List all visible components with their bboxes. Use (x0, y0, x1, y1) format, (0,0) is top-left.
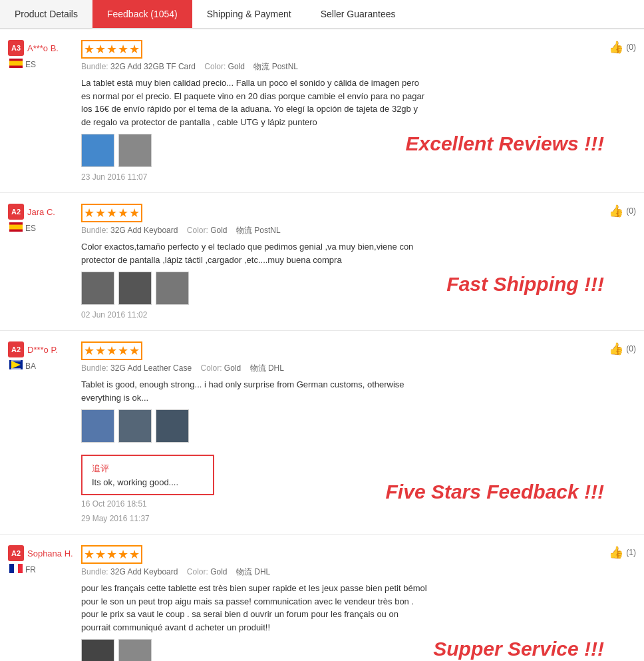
thumbs-up-icon: 👍 (609, 545, 623, 560)
shipping-value: PostNL (254, 226, 280, 235)
bundle-info: Bundle: 32G Add 32GB TF Card Color: Gold… (81, 61, 603, 73)
review-content: ★★★★★ Bundle: 32G Add Keyboard Color: Go… (81, 545, 603, 661)
shipping-label: 物流 (250, 363, 266, 373)
shipping-value: DHL (268, 363, 284, 373)
color-value: Gold (210, 567, 227, 576)
bundle-info: Bundle: 32G Add Keyboard Color: Gold 物流 … (81, 566, 603, 578)
review-content: ★★★★★ Bundle: 32G Add Leather Case Color… (81, 341, 603, 523)
like-count: (0) (626, 43, 636, 52)
color-value: Gold (224, 363, 241, 373)
review-date: 23 Jun 2016 11:07 (81, 172, 603, 182)
review-content: ★★★★★ Bundle: 32G Add 32GB TF Card Color… (81, 40, 603, 182)
reviewer-info: A2 Sophana H. FR (8, 545, 81, 661)
tab-seller[interactable]: Seller Guarantees (306, 0, 410, 28)
bundle-info: Bundle: 32G Add Leather Case Color: Gold… (81, 363, 603, 374)
svg-rect-10 (18, 564, 23, 573)
color-value: Gold (228, 62, 245, 71)
followup-text: Its ok, working good.... (92, 477, 204, 487)
bundle-label: Bundle: (81, 62, 108, 71)
country-code: ES (25, 224, 36, 233)
reviewer-info: A3 A***o B. ES (8, 40, 81, 182)
svg-rect-8 (9, 564, 14, 573)
reviewer-avatar: A2 (8, 204, 24, 220)
review-item: A3 A***o B. ES ★★★★★ Bundle: 32G (0, 29, 644, 193)
color-label: Color: (200, 363, 222, 373)
review-text: pour les français cette tablette est trè… (81, 582, 427, 634)
thumbs-up-icon: 👍 (609, 341, 623, 356)
review-thumbnail[interactable] (118, 409, 152, 443)
review-date: 02 Jun 2016 11:02 (81, 310, 603, 320)
review-thumbnail[interactable] (118, 639, 152, 661)
svg-rect-9 (14, 564, 18, 573)
reviews-list: A3 A***o B. ES ★★★★★ Bundle: 32G (0, 29, 644, 661)
like-count: (0) (626, 206, 636, 216)
bundle-info: Bundle: 32G Add Keyboard Color: Gold 物流 … (81, 225, 603, 236)
bundle-value: 32G Add Keyboard (110, 226, 178, 235)
shipping-value: DHL (254, 567, 270, 576)
review-date: 29 May 2016 11:37 (81, 514, 603, 523)
bundle-label: Bundle: (81, 567, 108, 576)
like-button[interactable]: 👍 (0) (603, 204, 636, 218)
stars-row: ★★★★★ (81, 204, 603, 222)
shipping-label: 物流 (253, 62, 269, 71)
tab-product-details[interactable]: Product Details (0, 0, 92, 28)
bundle-value: 32G Add Keyboard (110, 567, 178, 576)
svg-rect-3 (9, 225, 23, 230)
flag-icon (9, 222, 23, 234)
reviewer-info: A2 D***o P. BA (8, 341, 81, 523)
like-button[interactable]: 👍 (1) (603, 545, 636, 560)
shipping-value: PostNL (272, 62, 298, 71)
reviewer-country: BA (9, 360, 81, 371)
color-label: Color: (187, 567, 208, 576)
followup-box: 追评 Its ok, working good.... (81, 455, 214, 495)
review-content: ★★★★★ Bundle: 32G Add Keyboard Color: Go… (81, 204, 603, 320)
reviewer-avatar: A3 (8, 40, 24, 56)
bundle-label: Bundle: (81, 226, 108, 235)
review-item: A2 D***o P. BA ★★★★★ Bundle: 32G (0, 331, 644, 535)
review-thumbnail[interactable] (156, 272, 189, 305)
color-value: Gold (210, 226, 227, 235)
shipping-label: 物流 (236, 226, 252, 235)
review-thumbnail[interactable] (81, 272, 114, 305)
country-code: ES (25, 60, 36, 69)
followup-date: 16 Oct 2016 18:51 (81, 499, 603, 509)
reviewer-name[interactable]: A***o B. (27, 43, 59, 53)
review-thumbnail[interactable] (118, 134, 152, 167)
country-code: FR (25, 565, 36, 574)
color-label: Color: (187, 226, 208, 235)
reviewer-name[interactable]: Sophana H. (27, 549, 73, 558)
reviewer-name[interactable]: Jara C. (27, 207, 55, 217)
shipping-label: 物流 (236, 567, 252, 576)
review-item: A2 Sophana H. FR ★★★★★ Bundle: 32 (0, 535, 644, 661)
review-thumbnail[interactable] (118, 272, 152, 305)
thumbs-up-icon: 👍 (609, 204, 623, 218)
stars-row: ★★★★★ (81, 40, 603, 59)
svg-rect-1 (9, 61, 23, 66)
page-container: Product Details Feedback (1054) Shipping… (0, 0, 644, 661)
reviewer-name[interactable]: D***o P. (27, 345, 58, 355)
flag-icon (9, 564, 23, 575)
like-button[interactable]: 👍 (0) (603, 341, 636, 356)
thumbs-up-icon: 👍 (609, 40, 623, 55)
flag-icon (9, 360, 23, 371)
review-text: La tablet está muy bien calidad precio..… (81, 77, 427, 128)
reviewer-country: ES (9, 59, 81, 70)
bundle-label: Bundle: (81, 363, 108, 373)
followup-label: 追评 (92, 463, 204, 475)
like-button[interactable]: 👍 (0) (603, 40, 636, 55)
tab-feedback[interactable]: Feedback (1054) (92, 0, 192, 28)
reviewer-avatar: A2 (8, 341, 24, 357)
tab-shipping[interactable]: Shipping & Payment (192, 0, 306, 28)
stars-row: ★★★★★ (81, 545, 603, 564)
review-text: Color exactos,tamaño perfecto y el tecla… (81, 240, 427, 266)
tabs-bar: Product Details Feedback (1054) Shipping… (0, 0, 644, 29)
like-count: (1) (626, 548, 636, 557)
color-label: Color: (204, 62, 226, 71)
country-code: BA (25, 361, 36, 371)
review-thumbnail[interactable] (156, 409, 189, 443)
review-thumbnail[interactable] (81, 409, 114, 443)
like-count: (0) (626, 344, 636, 353)
review-text: Tablet is good, enough strong... i had o… (81, 378, 427, 404)
review-thumbnail[interactable] (81, 639, 114, 661)
review-thumbnail[interactable] (81, 134, 114, 167)
